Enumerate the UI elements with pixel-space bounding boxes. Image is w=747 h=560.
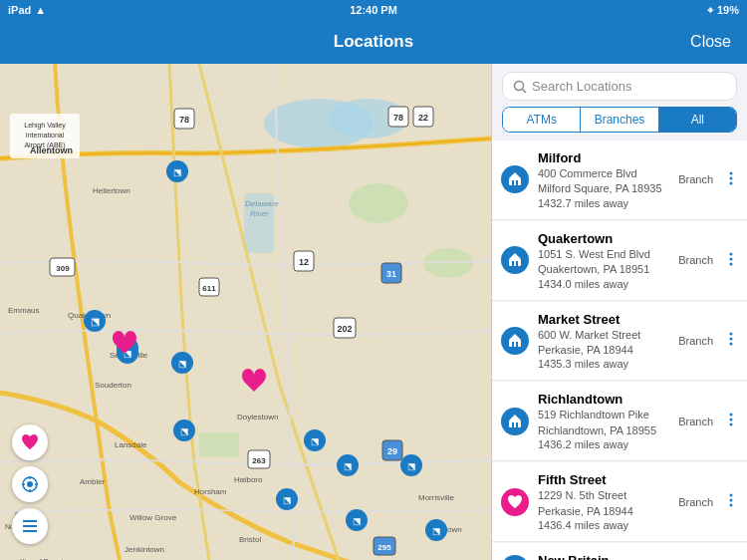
svg-text:611: 611 <box>202 284 216 293</box>
bank-marker-icon <box>501 165 529 193</box>
location-more-button[interactable] <box>723 251 739 270</box>
svg-point-105 <box>730 262 733 265</box>
location-icon <box>500 407 530 436</box>
svg-text:⬔: ⬔ <box>311 436 320 446</box>
svg-text:78: 78 <box>393 113 403 123</box>
location-name: Fifth Street <box>538 472 670 487</box>
bluetooth-icon: ⌖ <box>707 4 713 17</box>
location-more-button[interactable] <box>723 170 739 189</box>
svg-text:22: 22 <box>418 113 428 123</box>
close-button[interactable]: Close <box>690 33 731 51</box>
svg-text:Bristol: Bristol <box>239 535 261 544</box>
svg-point-90 <box>515 81 524 90</box>
svg-text:Ambler: Ambler <box>80 477 106 486</box>
list-item[interactable]: Milford 400 Commerce BlvdMilford Square,… <box>492 140 747 220</box>
list-view-button[interactable] <box>12 508 48 544</box>
location-icon <box>500 554 530 560</box>
map-area[interactable]: 78 78 31 12 22 202 29 309 611 263 76 <box>0 64 491 560</box>
svg-text:Willow Grove: Willow Grove <box>129 513 177 522</box>
location-more-button[interactable] <box>723 331 739 350</box>
wifi-icon: ▲ <box>35 4 46 16</box>
svg-text:⬔: ⬔ <box>432 526 441 536</box>
svg-rect-106 <box>509 340 521 347</box>
svg-point-103 <box>730 252 733 255</box>
bank-marker-icon <box>501 327 529 355</box>
tab-atms[interactable]: ATMs <box>503 108 581 132</box>
location-info: Fifth Street 1229 N. 5th StreetPerkasie,… <box>538 472 670 531</box>
svg-rect-99 <box>509 259 521 266</box>
svg-marker-93 <box>509 172 521 178</box>
svg-point-104 <box>730 257 733 260</box>
tab-all[interactable]: All <box>659 108 736 132</box>
right-panel: ATMs Branches All Milford 400 Commerce B… <box>491 64 747 560</box>
svg-text:⬔: ⬔ <box>407 461 416 471</box>
svg-text:295: 295 <box>377 543 391 552</box>
location-name: New Britain <box>538 553 670 560</box>
location-icon <box>500 164 530 194</box>
status-bar: iPad ▲ 12:40 PM ⌖ 19% <box>0 0 747 20</box>
filter-tabs: ATMs Branches All <box>502 107 737 133</box>
svg-point-85 <box>27 481 33 487</box>
location-address: 1051 S. West End BlvdQuakertown, PA 1895… <box>538 247 670 278</box>
svg-point-98 <box>730 181 733 184</box>
svg-point-122 <box>730 504 733 507</box>
svg-text:31: 31 <box>386 269 396 279</box>
location-icon <box>500 487 530 517</box>
svg-text:Souderton: Souderton <box>95 381 131 390</box>
search-input[interactable] <box>532 79 726 94</box>
list-item[interactable]: Market Street 600 W. Market StreetPerkas… <box>492 302 747 382</box>
list-item[interactable]: Richlandtown 519 Richlandtown PikeRichla… <box>492 382 747 461</box>
svg-rect-115 <box>512 422 514 427</box>
location-address: 519 Richlandtown PikeRichlandtown, PA 18… <box>538 408 670 438</box>
location-more-button[interactable] <box>723 412 739 430</box>
svg-line-91 <box>523 89 527 93</box>
svg-text:202: 202 <box>337 324 352 334</box>
svg-text:Lehigh Valley: Lehigh Valley <box>24 122 66 130</box>
favorite-filter-button[interactable] <box>12 424 48 460</box>
location-info: New Britain 380 W. Butler Ave <box>538 553 670 560</box>
list-item[interactable]: Fifth Street 1229 N. 5th StreetPerkasie,… <box>492 462 747 542</box>
svg-text:29: 29 <box>387 446 397 456</box>
svg-text:Morrisville: Morrisville <box>418 493 455 502</box>
location-distance: 1435.3 miles away <box>538 358 670 370</box>
svg-text:Horsham: Horsham <box>194 487 227 496</box>
svg-text:⬔: ⬔ <box>283 495 292 505</box>
location-more-button[interactable] <box>723 492 739 511</box>
nav-bar: Locations Close <box>0 20 747 64</box>
svg-text:⬔: ⬔ <box>353 516 362 526</box>
svg-text:12: 12 <box>299 257 309 267</box>
current-location-button[interactable] <box>12 466 48 502</box>
svg-text:Lansdale: Lansdale <box>115 440 147 449</box>
location-list[interactable]: Milford 400 Commerce BlvdMilford Square,… <box>492 140 747 560</box>
svg-text:⬔: ⬔ <box>173 167 182 177</box>
nav-title: Locations <box>334 32 413 52</box>
list-item[interactable]: Quakertown 1051 S. West End BlvdQuakerto… <box>492 221 747 301</box>
svg-text:Emmaus: Emmaus <box>8 306 40 315</box>
svg-rect-94 <box>512 180 514 185</box>
svg-point-120 <box>730 494 733 497</box>
tab-branches[interactable]: Branches <box>581 108 658 132</box>
svg-text:Allentown: Allentown <box>30 145 73 155</box>
location-type-label: Branch <box>678 496 713 508</box>
location-icon <box>500 245 530 275</box>
svg-point-110 <box>730 333 733 336</box>
svg-text:78: 78 <box>179 115 189 125</box>
svg-rect-6 <box>199 432 239 457</box>
svg-text:Hatboro: Hatboro <box>234 475 263 484</box>
svg-rect-95 <box>516 180 518 185</box>
status-left: iPad ▲ <box>8 4 46 16</box>
svg-text:⬔: ⬔ <box>180 426 189 436</box>
location-address: 600 W. Market StreetPerkasie, PA 18944 <box>538 328 670 359</box>
svg-text:Doylestown: Doylestown <box>237 413 278 421</box>
svg-point-119 <box>730 423 733 426</box>
carrier-label: iPad <box>8 4 31 16</box>
heart-marker-icon <box>501 488 529 516</box>
location-address: 1229 N. 5th StreetPerkasie, PA 18944 <box>538 488 670 519</box>
search-input-wrapper[interactable] <box>502 72 737 101</box>
svg-text:⬔: ⬔ <box>91 316 100 327</box>
list-item[interactable]: New Britain 380 W. Butler Ave Branch <box>492 543 747 560</box>
svg-rect-109 <box>516 342 518 347</box>
svg-text:Hellertown: Hellertown <box>93 186 130 195</box>
location-distance: 1436.2 miles away <box>538 438 670 450</box>
location-type-label: Branch <box>678 254 713 266</box>
